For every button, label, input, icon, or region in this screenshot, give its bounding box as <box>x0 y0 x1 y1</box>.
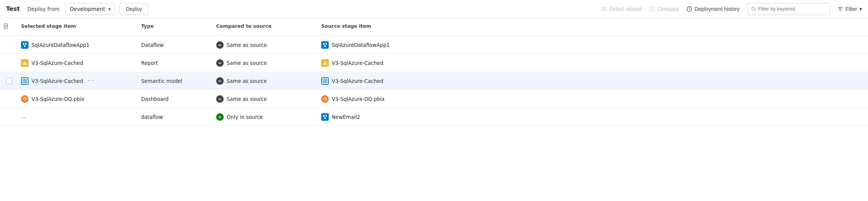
status-plus-icon: + <box>216 113 224 121</box>
more-options-icon[interactable]: ··· <box>86 76 96 86</box>
svg-rect-33 <box>25 79 27 81</box>
semantic-icon <box>321 77 329 85</box>
table-area: Selected stage item Type Compared to sou… <box>0 18 868 126</box>
row-status-cell: = Same as source <box>213 38 318 52</box>
row-status-text: Only in source <box>227 114 263 120</box>
row-status-cell: + Only in source <box>213 110 318 124</box>
history-icon <box>686 6 692 12</box>
svg-rect-29 <box>324 62 325 65</box>
select-related-button[interactable]: Select related <box>601 6 642 12</box>
deploy-from-dropdown[interactable]: Development ▾ <box>66 3 115 15</box>
row-source-name: SqlAzureDataflowApp1 <box>332 42 390 48</box>
compare-button[interactable]: Compare <box>649 6 679 12</box>
app-title: Test <box>6 5 20 12</box>
svg-rect-39 <box>325 81 327 83</box>
row-checkbox[interactable] <box>6 78 12 84</box>
row-icon-cell <box>0 60 18 66</box>
status-same-icon: = <box>216 77 224 85</box>
row-type: Dashboard <box>141 96 168 102</box>
svg-point-9 <box>752 7 755 10</box>
svg-line-45 <box>325 99 326 100</box>
topbar: Test Deploy from Development ▾ Deploy Se… <box>0 0 868 18</box>
dataflow-blue-icon <box>321 113 329 121</box>
svg-rect-25 <box>24 62 25 65</box>
row-type-cell: Semantic model <box>138 75 213 87</box>
row-source-name: NewEmail2 <box>332 114 360 120</box>
dashboard-icon <box>21 95 29 103</box>
deploy-from-label: Deploy from <box>27 6 60 12</box>
svg-rect-47 <box>325 115 327 117</box>
row-status-text: Same as source <box>227 96 267 102</box>
col-header-extra <box>423 21 868 33</box>
svg-rect-34 <box>23 81 24 83</box>
search-box[interactable] <box>747 3 830 15</box>
svg-rect-37 <box>325 79 327 81</box>
svg-rect-31 <box>326 63 327 65</box>
row-name: V3-SqlAzure-Cached <box>32 60 83 66</box>
select-related-icon <box>601 6 607 12</box>
report-icon <box>21 59 29 67</box>
svg-rect-38 <box>323 81 325 83</box>
search-icon <box>751 6 756 12</box>
row-type: Dataflow <box>141 42 164 48</box>
search-input[interactable] <box>758 6 826 12</box>
svg-rect-19 <box>25 43 27 45</box>
row-status-cell: = Same as source <box>213 74 318 88</box>
svg-rect-48 <box>324 117 326 119</box>
table-row[interactable]: — dataflow + Only in source NewEmail2 <box>0 108 868 126</box>
row-extra-cell <box>423 42 868 48</box>
filter-chevron-icon: ▾ <box>859 6 862 12</box>
status-same-icon: = <box>216 95 224 103</box>
row-name-cell: V3-SqlAzure-Cached ··· <box>18 73 138 89</box>
row-name-cell: V3-SqlAzure-Cached <box>18 56 138 70</box>
row-icon-cell <box>0 96 18 102</box>
table-row[interactable]: V3-SqlAzure-DQ.pbix Dashboard = Same as … <box>0 90 868 108</box>
svg-rect-26 <box>25 61 26 65</box>
filter-label: Filter <box>845 6 857 12</box>
row-status-cell: = Same as source <box>213 92 318 106</box>
deploy-button[interactable]: Deploy <box>119 3 149 15</box>
row-name: V3-SqlAzure-DQ.pbix <box>32 96 84 102</box>
table-header: Selected stage item Type Compared to sou… <box>0 18 868 36</box>
svg-rect-35 <box>25 81 27 83</box>
col-header-type: Type <box>138 21 213 33</box>
svg-line-10 <box>754 9 755 10</box>
row-source-cell: NewEmail2 <box>318 110 423 124</box>
col-header-checkbox <box>0 21 18 33</box>
row-source-name: V3-SqlAzure-DQ.pbix <box>332 96 385 102</box>
row-source-name: V3-SqlAzure-Cached <box>332 78 383 84</box>
row-source-cell: SqlAzureDataflowApp1 <box>318 38 423 52</box>
col-header-source: Source stage item <box>318 21 423 33</box>
dataflow-icon <box>21 41 29 49</box>
row-status-cell: = Same as source <box>213 56 318 70</box>
document-icon <box>3 23 9 29</box>
row-extra-cell <box>423 96 868 102</box>
row-name-cell: V3-SqlAzure-DQ.pbix <box>18 92 138 106</box>
row-name-dash: — <box>21 114 26 120</box>
row-type-cell: dataflow <box>138 111 213 123</box>
svg-rect-28 <box>323 63 324 65</box>
table-row[interactable]: SqlAzureDataflowApp1 Dataflow = Same as … <box>0 36 868 54</box>
row-extra-cell <box>423 60 868 66</box>
deployment-history-button[interactable]: Deployment history <box>686 6 740 12</box>
svg-point-1 <box>605 7 606 8</box>
compare-label: Compare <box>657 6 679 12</box>
svg-rect-23 <box>324 45 326 47</box>
row-checkbox-cell <box>0 75 18 87</box>
row-name-cell: — <box>18 111 138 123</box>
dataflow-icon <box>321 41 329 49</box>
row-icon-cell <box>0 42 18 48</box>
row-type-cell: Report <box>138 57 213 69</box>
col-header-compared: Compared to source <box>213 21 318 33</box>
dropdown-chevron-icon: ▾ <box>108 6 111 12</box>
row-source-name: V3-SqlAzure-Cached <box>332 60 383 66</box>
row-type: dataflow <box>141 114 163 120</box>
svg-rect-46 <box>323 115 325 117</box>
filter-button[interactable]: Filter ▾ <box>837 6 862 12</box>
table-row[interactable]: V3-SqlAzure-Cached Report = Same as sour… <box>0 54 868 72</box>
row-icon-cell <box>0 114 18 120</box>
dashboard-icon <box>321 95 329 103</box>
row-name-cell: SqlAzureDataflowApp1 <box>18 38 138 52</box>
table-row[interactable]: V3-SqlAzure-Cached ··· Semantic model = … <box>0 72 868 90</box>
compare-icon <box>649 6 655 12</box>
